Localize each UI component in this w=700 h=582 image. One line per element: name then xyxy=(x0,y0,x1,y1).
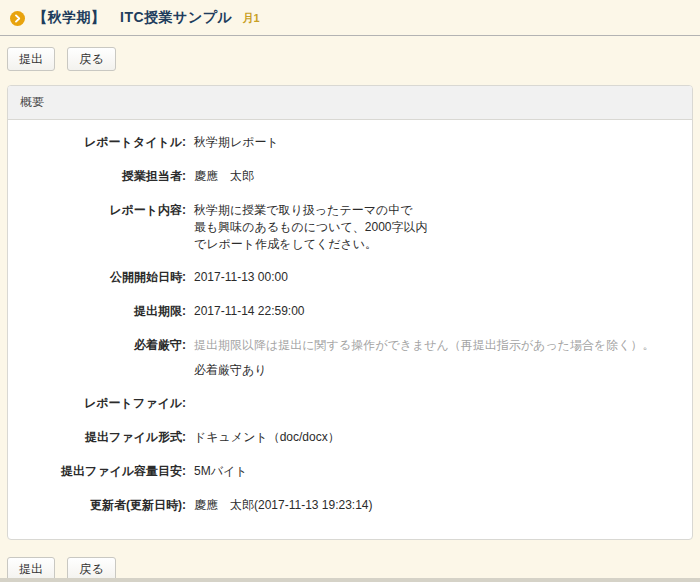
field-value-line: 最も興味のあるものについて、2000字以内 xyxy=(194,219,428,236)
field-row: 更新者(更新日時):慶應 太郎(2017-11-13 19:23:14) xyxy=(8,497,680,515)
field-label: 公開開始日時: xyxy=(8,269,186,287)
chevron-right-circle-icon xyxy=(10,11,25,26)
field-row: 提出ファイル容量目安:5Mバイト xyxy=(8,463,680,481)
panel-header: 概要 xyxy=(8,86,692,120)
field-value: 秋学期レポート xyxy=(194,134,279,152)
field-row: 公開開始日時:2017-11-13 00:00 xyxy=(8,269,680,287)
overview-panel: 概要 レポートタイトル:秋学期レポート授業担当者:慶應 太郎レポート内容:秋学期… xyxy=(7,85,693,540)
field-row: レポート内容:秋学期に授業で取り扱ったテーマの中で最も興味のあるものについて、2… xyxy=(8,202,680,253)
field-row: 必着厳守:提出期限以降は提出に関する操作ができません（再提出指示があった場合を除… xyxy=(8,337,680,379)
field-value: ドキュメント（doc/docx） xyxy=(194,429,340,447)
field-row: 提出期限:2017-11-14 22:59:00 xyxy=(8,303,680,321)
field-label: 必着厳守: xyxy=(8,337,186,379)
page: { "header": { "icon": "chevron-right-cir… xyxy=(0,0,700,582)
field-value-text: 5Mバイト xyxy=(194,463,248,480)
field-row: レポートファイル: xyxy=(8,395,680,413)
field-label: 提出期限: xyxy=(8,303,186,321)
back-button[interactable]: 戻る xyxy=(67,47,115,71)
page-title: 【秋学期】 ITC授業サンプル xyxy=(33,9,232,27)
field-value: 慶應 太郎 xyxy=(194,168,254,186)
field-label: レポートタイトル: xyxy=(8,134,186,152)
field-label: レポート内容: xyxy=(8,202,186,253)
field-label: 更新者(更新日時): xyxy=(8,497,186,515)
field-label: 授業担当者: xyxy=(8,168,186,186)
field-value-text: 秋学期レポート xyxy=(194,134,279,151)
field-value: 提出期限以降は提出に関する操作ができません（再提出指示があった場合を除く）。必着… xyxy=(194,337,655,379)
field-value-text: 慶應 太郎(2017-11-13 19:23:14) xyxy=(194,497,373,514)
field-note: 提出期限以降は提出に関する操作ができません（再提出指示があった場合を除く）。 xyxy=(194,337,655,354)
page-header: 【秋学期】 ITC授業サンプル 月1 xyxy=(0,0,700,36)
field-value-text: 2017-11-14 22:59:00 xyxy=(194,303,305,320)
field-value-text: 必着厳守あり xyxy=(194,362,655,379)
field-value-text: ドキュメント（doc/docx） xyxy=(194,429,340,446)
field-value: 2017-11-13 00:00 xyxy=(194,269,288,287)
submit-button[interactable]: 提出 xyxy=(7,47,55,71)
period-badge: 月1 xyxy=(242,11,259,26)
field-value-line: 秋学期に授業で取り扱ったテーマの中で xyxy=(194,202,428,219)
panel-rows: レポートタイトル:秋学期レポート授業担当者:慶應 太郎レポート内容:秋学期に授業… xyxy=(8,120,692,539)
field-value-text: 慶應 太郎 xyxy=(194,168,254,185)
chevron-circle xyxy=(10,11,25,26)
field-value: 5Mバイト xyxy=(194,463,248,481)
window-bottom-edge xyxy=(0,578,700,582)
field-label: レポートファイル: xyxy=(8,395,186,413)
field-value: 秋学期に授業で取り扱ったテーマの中で最も興味のあるものについて、2000字以内で… xyxy=(194,202,428,253)
field-row: 提出ファイル形式:ドキュメント（doc/docx） xyxy=(8,429,680,447)
field-value-line: でレポート作成をしてください。 xyxy=(194,236,428,253)
field-label: 提出ファイル容量目安: xyxy=(8,463,186,481)
field-label: 提出ファイル形式: xyxy=(8,429,186,447)
toolbar-top: 提出 戻る xyxy=(7,47,693,71)
field-value-text: 2017-11-13 00:00 xyxy=(194,269,288,286)
field-row: レポートタイトル:秋学期レポート xyxy=(8,134,680,152)
field-value: 慶應 太郎(2017-11-13 19:23:14) xyxy=(194,497,373,515)
field-row: 授業担当者:慶應 太郎 xyxy=(8,168,680,186)
field-value: 2017-11-14 22:59:00 xyxy=(194,303,305,321)
